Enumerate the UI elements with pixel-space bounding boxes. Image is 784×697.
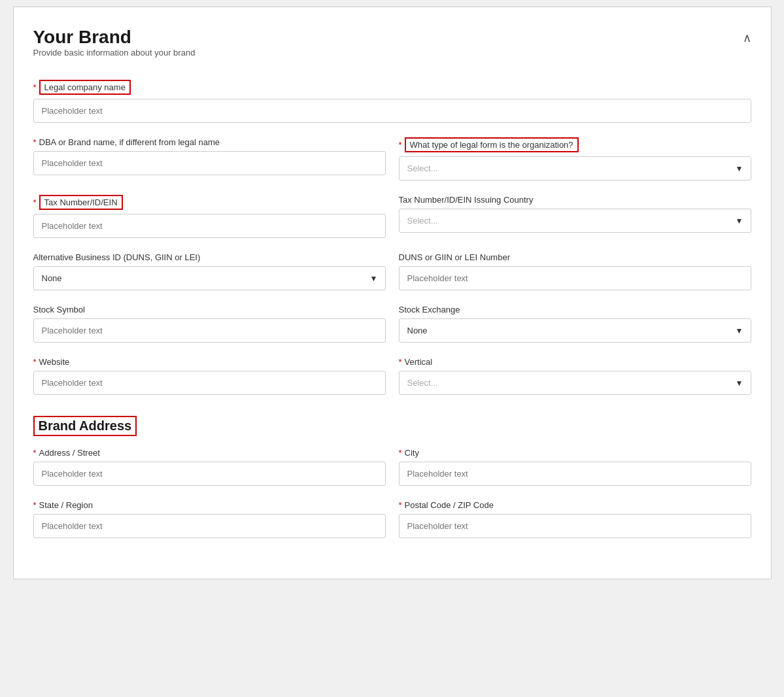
alt-business-id-group: Alternative Business ID (DUNS, GIIN or L… xyxy=(33,252,386,290)
website-vertical-row: * Website * Vertical Select... ▼ xyxy=(33,357,751,395)
website-group: * Website xyxy=(33,357,386,395)
required-star: * xyxy=(399,500,402,510)
duns-number-input[interactable] xyxy=(399,266,751,290)
required-star: * xyxy=(33,82,37,92)
legal-form-label: * What type of legal form is the organiz… xyxy=(399,137,751,152)
stock-exchange-select-wrapper: None ▼ xyxy=(399,318,751,343)
required-star: * xyxy=(33,137,37,147)
vertical-select[interactable]: Select... xyxy=(399,371,751,395)
required-star: * xyxy=(33,500,37,510)
required-star: * xyxy=(33,448,37,458)
required-star: * xyxy=(399,140,402,150)
label-text: Website xyxy=(39,357,70,367)
state-postal-row: * State / Region * Postal Code / ZIP Cod… xyxy=(33,500,751,538)
label-text: City xyxy=(405,448,419,458)
stock-symbol-input[interactable] xyxy=(33,318,386,343)
duns-number-label: DUNS or GIIN or LEI Number xyxy=(399,252,751,262)
legal-form-group: * What type of legal form is the organiz… xyxy=(399,137,751,180)
dba-brand-name-input[interactable] xyxy=(33,151,386,175)
dba-brand-name-group: * DBA or Brand name, if different from l… xyxy=(33,137,386,180)
collapse-icon[interactable]: ∧ xyxy=(743,31,751,45)
header-row: Your Brand Provide basic information abo… xyxy=(33,27,751,76)
stock-exchange-group: Stock Exchange None ▼ xyxy=(399,305,751,343)
tax-issuing-country-select-wrapper: Select... ▼ xyxy=(399,209,751,233)
tax-number-input[interactable] xyxy=(33,214,386,238)
label-text: Vertical xyxy=(405,357,433,367)
alt-business-id-select-wrapper: None ▼ xyxy=(33,266,386,290)
alt-business-id-label: Alternative Business ID (DUNS, GIIN or L… xyxy=(33,252,386,262)
website-label: * Website xyxy=(33,357,386,367)
state-region-label: * State / Region xyxy=(33,500,386,510)
legal-form-select-wrapper: Select... ▼ xyxy=(399,156,751,180)
brand-address-section-title: Brand Address xyxy=(33,416,137,436)
required-star: * xyxy=(399,448,402,458)
alt-business-id-select[interactable]: None xyxy=(33,266,386,290)
city-label: * City xyxy=(399,448,751,458)
stock-exchange-select[interactable]: None xyxy=(399,318,751,343)
tax-issuing-country-group: Tax Number/ID/EIN Issuing Country Select… xyxy=(399,195,751,238)
postal-code-label: * Postal Code / ZIP Code xyxy=(399,500,751,510)
label-text: Tax Number/ID/EIN Issuing Country xyxy=(399,195,534,205)
legal-company-name-group: * Legal company name xyxy=(33,80,751,123)
required-star: * xyxy=(399,357,402,367)
legal-form-select[interactable]: Select... xyxy=(399,156,751,180)
alt-business-row: Alternative Business ID (DUNS, GIIN or L… xyxy=(33,252,751,290)
tax-issuing-country-label: Tax Number/ID/EIN Issuing Country xyxy=(399,195,751,205)
label-text: Stock Symbol xyxy=(33,305,85,314)
address-street-input[interactable] xyxy=(33,462,386,486)
page-title: Your Brand xyxy=(33,27,196,48)
vertical-label: * Vertical xyxy=(399,357,751,367)
city-input[interactable] xyxy=(399,462,751,486)
label-text: Alternative Business ID (DUNS, GIIN or L… xyxy=(33,252,201,262)
stock-symbol-label: Stock Symbol xyxy=(33,305,386,314)
tax-number-label: * Tax Number/ID/EIN xyxy=(33,195,386,210)
address-street-label: * Address / Street xyxy=(33,448,386,458)
label-text: Stock Exchange xyxy=(399,305,460,314)
city-group: * City xyxy=(399,448,751,486)
legal-company-name-input[interactable] xyxy=(33,99,751,123)
label-text: Legal company name xyxy=(39,80,131,95)
stock-row: Stock Symbol Stock Exchange None ▼ xyxy=(33,305,751,343)
page-subtitle: Provide basic information about your bra… xyxy=(33,48,196,58)
state-region-input[interactable] xyxy=(33,514,386,538)
stock-exchange-label: Stock Exchange xyxy=(399,305,751,314)
form-container: Your Brand Provide basic information abo… xyxy=(13,7,772,579)
postal-code-group: * Postal Code / ZIP Code xyxy=(399,500,751,538)
required-star: * xyxy=(33,197,37,207)
dba-legal-form-row: * DBA or Brand name, if different from l… xyxy=(33,137,751,180)
label-text: Address / Street xyxy=(39,448,100,458)
dba-brand-name-label: * DBA or Brand name, if different from l… xyxy=(33,137,386,147)
required-star: * xyxy=(33,357,37,367)
legal-company-name-label: * Legal company name xyxy=(33,80,751,95)
stock-symbol-group: Stock Symbol xyxy=(33,305,386,343)
state-region-group: * State / Region xyxy=(33,500,386,538)
label-text: State / Region xyxy=(39,500,93,510)
vertical-select-wrapper: Select... ▼ xyxy=(399,371,751,395)
tax-number-group: * Tax Number/ID/EIN xyxy=(33,195,386,238)
tax-number-row: * Tax Number/ID/EIN Tax Number/ID/EIN Is… xyxy=(33,195,751,238)
tax-issuing-country-select[interactable]: Select... xyxy=(399,209,751,233)
address-street-group: * Address / Street xyxy=(33,448,386,486)
vertical-group: * Vertical Select... ▼ xyxy=(399,357,751,395)
postal-code-input[interactable] xyxy=(399,514,751,538)
label-text: DBA or Brand name, if different from leg… xyxy=(39,137,220,147)
website-input[interactable] xyxy=(33,371,386,395)
legal-company-name-row: * Legal company name xyxy=(33,80,751,123)
label-text: DUNS or GIIN or LEI Number xyxy=(399,252,511,262)
header-text: Your Brand Provide basic information abo… xyxy=(33,27,196,76)
label-text: Postal Code / ZIP Code xyxy=(405,500,494,510)
duns-number-group: DUNS or GIIN or LEI Number xyxy=(399,252,751,290)
label-text: What type of legal form is the organizat… xyxy=(405,137,579,152)
label-text: Tax Number/ID/EIN xyxy=(39,195,123,210)
address-city-row: * Address / Street * City xyxy=(33,448,751,486)
